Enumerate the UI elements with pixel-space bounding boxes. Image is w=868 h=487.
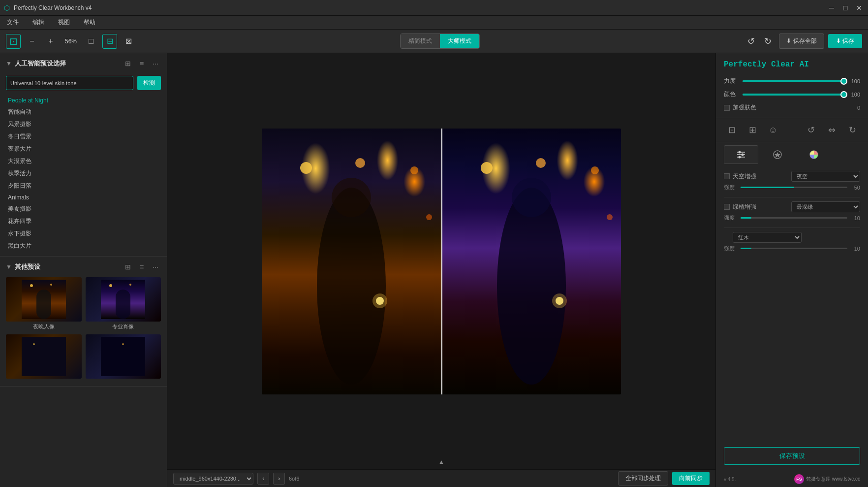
list-view-btn[interactable]: ≡ bbox=[136, 261, 147, 272]
preset-thumbnail bbox=[6, 334, 82, 379]
list-item[interactable]: Animals bbox=[4, 192, 163, 203]
green-enhance-label: 绿植增强 bbox=[733, 203, 788, 211]
toolbar: ⊡ − + 56% □ ⊟ ⊠ 精简模式 大师模式 ↺ ↻ ⬇ 保存全部 ⬇ 保… bbox=[0, 30, 868, 53]
close-button[interactable]: ✕ bbox=[854, 3, 864, 13]
next-btn[interactable]: › bbox=[273, 473, 285, 485]
view-compare-btn[interactable]: ⊠ bbox=[121, 34, 136, 49]
sky-enhance-checkbox[interactable] bbox=[724, 173, 730, 179]
wood-strength-label: 强度 bbox=[724, 245, 738, 252]
more-options-btn[interactable]: ··· bbox=[150, 261, 161, 272]
view-single-btn[interactable]: □ bbox=[84, 34, 98, 49]
mode-simple-btn[interactable]: 精简模式 bbox=[401, 34, 440, 48]
undo-btn[interactable]: ↺ bbox=[744, 34, 758, 49]
flip-tool-btn[interactable]: ⇔ bbox=[824, 122, 839, 138]
svg-point-11 bbox=[122, 343, 124, 345]
strength-slider-fill bbox=[743, 80, 844, 82]
list-item[interactable]: 水下摄影 bbox=[4, 227, 163, 240]
svg-point-16 bbox=[300, 162, 312, 174]
sync-button[interactable]: 向前同步 bbox=[672, 472, 710, 485]
minimize-button[interactable]: ─ bbox=[827, 3, 837, 13]
list-item[interactable]: 夕阳日落 bbox=[4, 180, 163, 192]
list-item[interactable]: People at Night bbox=[4, 95, 163, 106]
image-left bbox=[262, 129, 441, 394]
zoom-plus-btn[interactable]: + bbox=[43, 34, 58, 49]
sky-strength-value: 50 bbox=[850, 185, 860, 191]
mode-master-btn[interactable]: 大师模式 bbox=[440, 34, 479, 48]
title-bar: ⬡ Perfectly Clear Workbench v4 ─ □ ✕ bbox=[0, 0, 868, 16]
list-item[interactable]: 冬日雪景 bbox=[4, 130, 163, 143]
list-item[interactable] bbox=[6, 334, 82, 380]
svg-point-2 bbox=[50, 284, 52, 286]
more-options-btn[interactable]: ··· bbox=[150, 58, 161, 69]
list-item[interactable]: 智能自动 bbox=[4, 106, 163, 118]
adjust-section: 天空增强 夜空 强度 50 绿植增强 bbox=[716, 167, 868, 441]
sync-all-button[interactable]: 全部同步处理 bbox=[618, 471, 668, 486]
color-value: 100 bbox=[848, 92, 860, 97]
logo-btn[interactable]: ⊡ bbox=[6, 34, 21, 49]
thumbnails-grid: 夜晚人像 bbox=[0, 277, 167, 386]
green-strength-slider[interactable] bbox=[741, 217, 847, 219]
svg-point-19 bbox=[426, 214, 432, 220]
rotate-tool-btn[interactable]: ↺ bbox=[803, 122, 819, 138]
prev-btn[interactable]: ‹ bbox=[257, 473, 269, 485]
color-slider-thumb[interactable] bbox=[840, 91, 847, 98]
tab-adjust-btn[interactable] bbox=[724, 145, 758, 164]
detect-button[interactable]: 检测 bbox=[137, 76, 161, 90]
transform-tool-btn[interactable]: ⊞ bbox=[744, 122, 760, 138]
skin-checkbox[interactable] bbox=[724, 105, 730, 111]
maximize-button[interactable]: □ bbox=[840, 3, 850, 13]
green-type-select[interactable]: 最深绿 bbox=[791, 201, 860, 212]
reset-tool-btn[interactable]: ↻ bbox=[844, 122, 860, 138]
svg-rect-3 bbox=[36, 290, 51, 319]
tab-color-btn[interactable] bbox=[797, 145, 831, 164]
list-item[interactable]: 花卉四季 bbox=[4, 215, 163, 227]
color-slider[interactable] bbox=[743, 94, 844, 96]
ai-preset-input[interactable] bbox=[6, 76, 133, 90]
grid-view-btn[interactable]: ⊞ bbox=[123, 58, 133, 69]
tab-enhance-btn[interactable] bbox=[760, 145, 795, 164]
redo-btn[interactable]: ↻ bbox=[760, 34, 775, 49]
menu-view[interactable]: 视图 bbox=[55, 17, 73, 28]
green-enhance-checkbox[interactable] bbox=[724, 204, 730, 210]
tool-icons-row: ⊡ ⊞ ☺ ↺ ⇔ ↻ bbox=[716, 118, 868, 142]
right-panel-header: Perfectly Clear AI bbox=[716, 53, 868, 73]
zoom-minus-btn[interactable]: − bbox=[25, 34, 39, 49]
wood-strength-slider[interactable] bbox=[741, 248, 847, 249]
list-item[interactable]: 专业肖像 bbox=[86, 277, 161, 330]
ai-preset-input-row: 检测 bbox=[0, 74, 167, 95]
menu-help[interactable]: 帮助 bbox=[81, 17, 98, 28]
version-text: v:4.5. bbox=[724, 477, 736, 482]
list-view-btn[interactable]: ≡ bbox=[136, 58, 147, 69]
list-item[interactable]: 大漠景色 bbox=[4, 155, 163, 167]
list-item[interactable]: 美食摄影 bbox=[4, 203, 163, 215]
wood-type-select[interactable]: 红木 bbox=[733, 232, 802, 243]
save-preset-button[interactable]: 保存预设 bbox=[724, 447, 860, 465]
list-item[interactable]: 风景摄影 bbox=[4, 118, 163, 130]
strength-slider-thumb[interactable] bbox=[840, 78, 847, 85]
menu-file[interactable]: 文件 bbox=[4, 17, 22, 28]
sky-type-select[interactable]: 夜空 bbox=[791, 171, 860, 182]
list-item[interactable]: 夜景大片 bbox=[4, 143, 163, 155]
file-selector[interactable]: middle_960x1440-2230... bbox=[173, 473, 253, 485]
save-all-button[interactable]: ⬇ 保存全部 bbox=[779, 33, 824, 49]
ai-preset-section: ▼ 人工智能预设选择 ⊞ ≡ ··· 检测 People at Night 智能… bbox=[0, 53, 167, 257]
green-strength-row: 强度 10 bbox=[724, 214, 860, 222]
grid-view-btn[interactable]: ⊞ bbox=[123, 261, 133, 272]
list-item[interactable] bbox=[86, 334, 161, 380]
list-item[interactable]: 夜晚人像 bbox=[6, 277, 82, 330]
strength-slider[interactable] bbox=[743, 80, 844, 82]
svg-point-31 bbox=[739, 151, 741, 154]
view-split-btn[interactable]: ⊟ bbox=[102, 34, 117, 49]
sky-enhance-row: 天空增强 夜空 强度 50 bbox=[724, 171, 860, 191]
list-item[interactable]: 黑白大片 bbox=[4, 240, 163, 252]
svg-point-17 bbox=[355, 158, 365, 168]
list-item[interactable]: 秋季活力 bbox=[4, 167, 163, 180]
main-area: ▼ 人工智能预设选择 ⊞ ≡ ··· 检测 People at Night 智能… bbox=[0, 53, 868, 487]
wood-strength-value: 10 bbox=[850, 246, 860, 252]
crop-tool-btn[interactable]: ⊡ bbox=[724, 122, 740, 138]
sky-strength-slider[interactable] bbox=[741, 187, 847, 188]
tab-icons-row bbox=[716, 142, 868, 167]
menu-edit[interactable]: 编辑 bbox=[30, 17, 47, 28]
face-tool-btn[interactable]: ☺ bbox=[765, 122, 781, 138]
save-button[interactable]: ⬇ 保存 bbox=[828, 34, 862, 48]
